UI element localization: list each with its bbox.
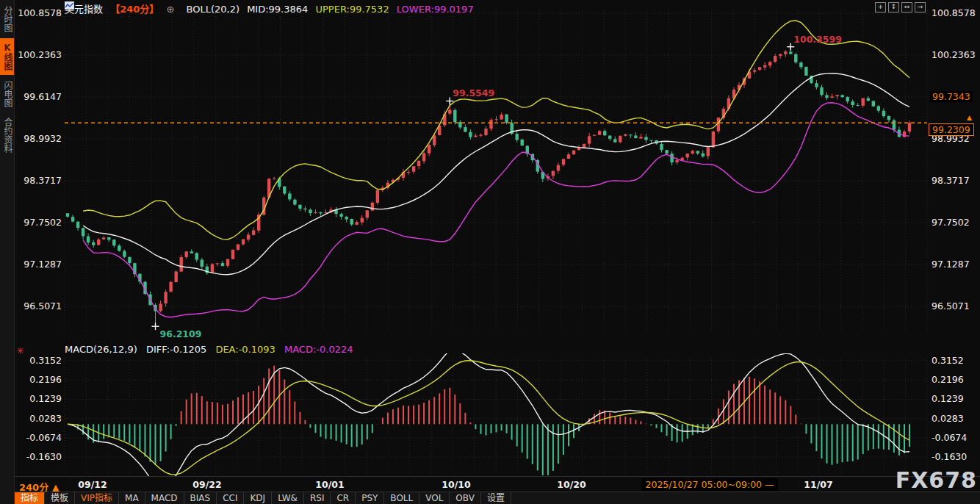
price-up-arrow-icon: ▲ xyxy=(967,114,972,121)
price-axis-label-left: 97.7502 xyxy=(15,217,62,228)
boll-mid-value: MID:99.3864 xyxy=(247,4,308,15)
price-axis-label-left: 98.9932 xyxy=(15,133,62,144)
price-axis-label-left: 96.5071 xyxy=(15,300,62,312)
tab-7-KDJ[interactable]: KDJ xyxy=(244,492,272,504)
macd-axis-label-left: -0.1630 xyxy=(15,451,62,462)
price-axis-label-right: 98.3717 xyxy=(932,175,980,186)
x-axis-date-label: 09/12 xyxy=(78,479,107,490)
price-axis-label-left: 97.1287 xyxy=(15,259,62,270)
price-axis-label-right: 97.7502 xyxy=(932,217,980,228)
tab-4-MACD[interactable]: MACD xyxy=(145,492,184,504)
tab-8-LW&[interactable]: LW& xyxy=(272,492,304,504)
crosshair-move-icon[interactable]: + xyxy=(875,2,886,12)
boll-label: BOLL(20,2) xyxy=(186,4,239,15)
tab-11-PSY[interactable]: PSY xyxy=(356,492,384,504)
tab-3-MA[interactable]: MA xyxy=(119,492,145,504)
pan-latest-icon[interactable]: → xyxy=(915,2,926,12)
macd-diff-value: DIFF:-0.1205 xyxy=(146,344,206,355)
tab-2-VIP指标[interactable]: VIP指标 xyxy=(75,492,119,504)
tab-6-CCI[interactable]: CCI xyxy=(217,492,244,504)
price-axis-label-left: 98.3717 xyxy=(15,175,62,186)
current-price-tag: 99.2309 xyxy=(929,123,974,136)
price-axis-label-right: 96.5071 xyxy=(932,300,980,312)
x-axis-date-label: 10/01 xyxy=(315,479,344,490)
price-axis-label-right: 97.1287 xyxy=(932,259,980,270)
high-price-annotation: 99.5549 xyxy=(453,87,494,98)
tab-9-RSI[interactable]: RSI xyxy=(304,492,331,504)
chart-header: 美元指数 【240分】 ⊕ BOLL(20,2) MID:99.3864 UPP… xyxy=(65,1,478,15)
price-axis-label-right: 100.2363 xyxy=(932,49,980,60)
add-indicator-icon[interactable]: ⊕ xyxy=(166,4,174,15)
macd-macd-value: MACD:-0.0224 xyxy=(284,344,353,355)
macd-axis-label-left: 0.0283 xyxy=(15,413,62,424)
chart-toolbar: +↕↔→ xyxy=(875,2,926,12)
macd-header: MACD(26,12,9) DIFF:-0.1205 DEA:-0.1093 M… xyxy=(65,344,359,355)
tab-14-OBV[interactable]: OBV xyxy=(450,492,481,504)
macd-axis-label-right: -0.0674 xyxy=(932,432,980,443)
sidebar-item-3[interactable]: 合约资料 xyxy=(0,113,14,157)
period-label: 【240分】 xyxy=(110,4,159,15)
tab-15-设置[interactable]: 设置 xyxy=(481,492,511,504)
macd-axis-label-left: 0.3152 xyxy=(15,355,62,366)
x-axis-date-label: 10/10 xyxy=(442,479,470,490)
x-axis-highlight-label: 2025/10/27 05:00~09:00 — xyxy=(641,478,777,491)
boll-upper-value: UPPER:99.7532 xyxy=(315,4,389,15)
macd-axis-label-right: 0.3152 xyxy=(932,355,980,366)
high-price-annotation: 100.3599 xyxy=(793,34,842,45)
x-axis-date-label: 11/07 xyxy=(804,479,832,490)
macd-axis-label-right: 0.2196 xyxy=(932,374,980,385)
tab-1-模板[interactable]: 模板 xyxy=(45,492,75,504)
upper-band-price-tag: 99.7343 xyxy=(930,91,973,102)
chart-type-sidebar: 分时图K线图闪电图合约资料 xyxy=(0,0,15,504)
charting-app: 分时图K线图闪电图合约资料 美元指数 【240分】 ⊕ BOLL(20,2) M… xyxy=(0,0,980,504)
x-axis-date-label: 09/22 xyxy=(192,479,221,490)
price-axis-label-left: 99.6147 xyxy=(15,91,62,102)
watermark: FX678 xyxy=(896,467,977,493)
indicator-tabbar: 指标模板VIP指标MAMACDBIASCCIKDJLW&RSICRPSYBOLL… xyxy=(15,492,980,504)
macd-title: MACD(26,12,9) xyxy=(65,344,137,355)
y-axis-zoom-icon[interactable]: ↕ xyxy=(888,2,899,12)
tab-5-BIAS[interactable]: BIAS xyxy=(184,492,217,504)
macd-axis-label-right: 0.0283 xyxy=(932,413,980,424)
tab-0-指标[interactable]: 指标 xyxy=(15,492,45,504)
macd-axis-label-left: 0.1239 xyxy=(15,393,62,404)
macd-dea-value: DEA:-0.1093 xyxy=(215,344,275,355)
sidebar-item-2[interactable]: 闪电图 xyxy=(0,76,14,112)
macd-axis-label-right: 0.1239 xyxy=(932,393,980,404)
tab-12-BOLL[interactable]: BOLL xyxy=(384,492,419,504)
tab-10-CR[interactable]: CR xyxy=(331,492,356,504)
macd-axis-label-left: -0.0674 xyxy=(15,432,62,443)
macd-axis-label-left: 0.2196 xyxy=(15,374,62,385)
x-axis-date-label: 10/20 xyxy=(557,479,586,490)
sidebar-item-0[interactable]: 分时图 xyxy=(0,1,14,37)
boll-lower-value: LOWER:99.0197 xyxy=(397,4,474,15)
tab-13-VOL[interactable]: VOL xyxy=(419,492,450,504)
macd-axis-label-right: -0.1630 xyxy=(932,451,980,462)
sidebar-item-1[interactable]: K线图 xyxy=(0,38,14,75)
price-axis-label-right: 100.8578 xyxy=(932,7,980,18)
price-axis-label-left: 100.2363 xyxy=(15,49,62,60)
x-axis-zoom-icon[interactable]: ↔ xyxy=(901,2,912,12)
indicator-settings-icon[interactable]: ✳ xyxy=(16,345,24,356)
price-axis-label-left: 100.8578 xyxy=(15,7,62,18)
low-price-annotation: 96.2109 xyxy=(160,328,202,339)
candlestick-chart[interactable] xyxy=(0,0,980,504)
